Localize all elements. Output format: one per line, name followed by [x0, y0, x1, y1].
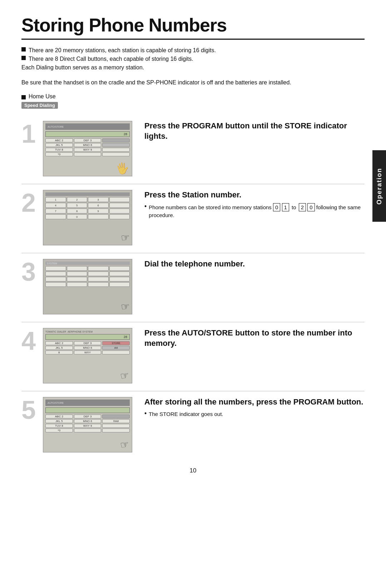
station-box-0: 0	[273, 203, 280, 211]
step-row-1: 1 AUTO/STORE 28 ABC 2 DEF 3 JKL 5 MNO 6	[21, 115, 365, 184]
step-body-text-5: The STORE indicator goes out.	[149, 410, 223, 418]
step-title-2: Press the Station number.	[144, 190, 365, 200]
home-use-text: Home Use	[29, 93, 56, 100]
step-body-5: • The STORE indicator goes out.	[144, 410, 365, 418]
station-box-2: 2	[299, 203, 306, 211]
step-image-5: AUTO/STORE ABC 2 DEF 3 JKL 5 MNO 6 RAM T…	[43, 397, 136, 454]
step-title-4: Press the AUTO/STORE button to store the…	[144, 328, 365, 348]
step-row-2: 2 1 2 3 4 5 6 7 8 9 0	[21, 184, 365, 253]
step-number-4: 4	[21, 328, 43, 354]
intro-line-1: There are 20 memory stations, each stati…	[29, 46, 216, 55]
step-image-4: TOMATIC DIALERAERPHONE SYSTEM 28 ABC 2 D…	[43, 328, 136, 385]
step-title-1: Press the PROGRAM button until the STORE…	[144, 121, 365, 141]
intro-block: There are 20 memory stations, each stati…	[21, 46, 365, 72]
speed-dialing-badge: Speed Dialing	[21, 102, 58, 109]
station-box-3: 0	[307, 203, 315, 211]
step-content-5: After storing all the numbers, press the…	[144, 397, 365, 418]
bullet-dot-5: •	[144, 410, 147, 418]
intro-block-2: Be sure that the handset is on the cradl…	[21, 78, 365, 87]
step-number-5: 5	[21, 397, 43, 423]
step-body-text-2: Phone numbers can be stored into memory …	[149, 203, 365, 220]
step-body-2: • Phone numbers can be stored into memor…	[144, 203, 365, 220]
home-use-label: Home Use	[21, 93, 365, 100]
operation-tab: Operation	[372, 150, 386, 222]
step-content-1: Press the PROGRAM button until the STORE…	[144, 121, 365, 144]
title-divider	[21, 39, 365, 40]
step-content-4: Press the AUTO/STORE button to store the…	[144, 328, 365, 351]
step-content-2: Press the Station number. • Phone number…	[144, 190, 365, 220]
step-title-5: After storing all the numbers, press the…	[144, 397, 365, 407]
step-number-2: 2	[21, 190, 43, 216]
step-content-3: Dial the telephone number.	[144, 259, 365, 272]
page-number: 10	[21, 467, 365, 474]
step-number-3: 3	[21, 259, 43, 285]
steps-container: 1 AUTO/STORE 28 ABC 2 DEF 3 JKL 5 MNO 6	[21, 115, 365, 460]
bullet-icon-2	[21, 56, 26, 60]
step-image-3: SYSTEM	[43, 259, 136, 316]
operation-tab-label: Operation	[376, 168, 383, 205]
bullet-icon-home	[21, 95, 26, 99]
step-row-3: 3 SYSTEM	[21, 253, 365, 322]
station-boxes: 0 1 to 2 0	[273, 204, 316, 210]
page-title: Storing Phone Numbers	[21, 14, 365, 36]
bullet-dot-2: •	[144, 203, 147, 220]
intro-line-2: There are 8 Direct Call buttons, each ca…	[29, 55, 193, 63]
intro-line-4: Be sure that the handset is on the cradl…	[21, 78, 365, 87]
bullet-icon-1	[21, 47, 26, 52]
station-to: to	[292, 204, 296, 210]
step-body-part1: Phone numbers can be stored into memory …	[149, 204, 272, 210]
step-title-3: Dial the telephone number.	[144, 259, 365, 269]
step-number-1: 1	[21, 121, 43, 147]
station-box-1: 1	[282, 203, 289, 211]
step-image-1: AUTO/STORE 28 ABC 2 DEF 3 JKL 5 MNO 6 TU…	[43, 121, 136, 178]
step-image-2: 1 2 3 4 5 6 7 8 9 0 ☞	[43, 190, 136, 247]
step-row-4: 4 TOMATIC DIALERAERPHONE SYSTEM 28 ABC 2…	[21, 322, 365, 391]
intro-line-3: Each Dialing button serves as a memory s…	[21, 63, 365, 72]
home-use-section: Home Use Speed Dialing	[21, 93, 365, 112]
step-row-5: 5 AUTO/STORE ABC 2 DEF 3 JKL 5 MNO 6 RAM	[21, 391, 365, 460]
